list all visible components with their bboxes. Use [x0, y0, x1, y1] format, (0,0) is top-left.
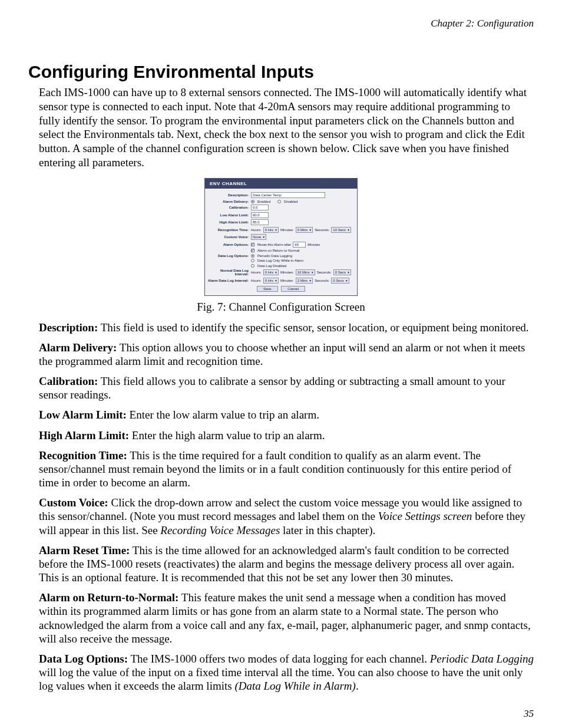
def-data-log: Data Log Options: The IMS-1000 offers tw… — [39, 652, 534, 693]
def-alarm-reset: Alarm Reset Time: This is the time allow… — [39, 543, 534, 585]
log-disabled-label: Data Log Disabled — [257, 264, 286, 268]
reset-minutes-input[interactable]: 60 — [293, 242, 306, 248]
def-return-normal: Alarm on Return-to-Normal: This feature … — [39, 591, 534, 645]
a-minutes-select[interactable]: 2 Mins▼ — [296, 278, 313, 284]
check-return-normal[interactable] — [251, 249, 254, 252]
n-hours-select[interactable]: 0 Hrs▼ — [263, 269, 279, 275]
def-low-limit: Low Alarm Limit: Enter the low alarm val… — [39, 408, 534, 421]
definitions: Description: This field is used to ident… — [39, 321, 534, 693]
only-alarm-label: Data Log Only While in Alarm — [257, 259, 303, 262]
sublabel-hours: Hours: — [251, 228, 262, 232]
recog-minutes-select[interactable]: 0 Mins▼ — [296, 227, 313, 233]
save-button[interactable]: Save — [257, 286, 278, 292]
radio-disabled-label: Disabled — [284, 200, 297, 203]
page-title: Configuring Environmental Inputs — [28, 62, 534, 82]
def-description: Description: This field is used to ident… — [39, 321, 534, 334]
chevron-down-icon: ▼ — [345, 278, 348, 283]
n-seconds-select[interactable]: 0 Secs▼ — [333, 269, 351, 275]
calibration-input[interactable]: 0.0 — [251, 205, 269, 210]
return-normal-label: Alarm on Return to Normal — [257, 249, 299, 252]
label-recog-time: Recognition Time: — [207, 228, 251, 232]
label-alarm-delivery: Alarm Delivery: — [207, 200, 251, 203]
radio-log-disabled[interactable] — [251, 264, 254, 268]
a-hours-select[interactable]: 0 Hrs▼ — [263, 278, 279, 284]
recog-seconds-select[interactable]: 10 Secs▼ — [331, 227, 351, 233]
def-calibration: Calibration: This field allows you to ca… — [39, 374, 534, 401]
reset-prefix: Reset this Alarm after — [257, 243, 291, 246]
high-limit-input[interactable]: 85.0 — [251, 219, 269, 225]
intro-paragraph: Each IMS-1000 can have up to 8 external … — [39, 85, 534, 170]
sublabel-minutes: Minutes: — [280, 228, 294, 232]
sublabel-seconds: Seconds: — [315, 228, 329, 232]
panel-title: ENV CHANNEL — [205, 179, 357, 189]
label-normal-interval: Normal Data Log Interval: — [207, 269, 251, 276]
radio-enabled[interactable] — [251, 200, 254, 203]
label-calibration: Calibration: — [207, 206, 251, 209]
label-alarm-options: Alarm Options: — [207, 243, 251, 246]
def-high-limit: High Alarm Limit: Enter the high alarm v… — [39, 429, 534, 442]
label-high-limit: High Alarm Limit: — [207, 220, 251, 224]
figure-caption: Fig. 7: Channel Configuration Screen — [28, 301, 534, 314]
chevron-down-icon: ▼ — [275, 270, 277, 275]
description-input[interactable]: Data Center Temp — [251, 192, 325, 198]
label-custom-voice: Custom Voice: — [207, 235, 251, 239]
label-alarm-interval: Alarm Data Log Interval: — [207, 279, 251, 282]
label-datalog-options: Data Log Options: — [207, 254, 251, 258]
chevron-down-icon: ▼ — [262, 235, 265, 239]
def-custom-voice: Custom Voice: Click the drop-down arrow … — [39, 496, 534, 537]
chevron-down-icon: ▼ — [275, 228, 277, 232]
custom-voice-select[interactable]: None▼ — [251, 234, 266, 240]
reset-suffix: Minutes — [308, 243, 320, 246]
label-description: Description: — [207, 193, 251, 197]
page: Chapter 2: Configuration Configuring Env… — [0, 0, 562, 728]
chapter-header: Chapter 2: Configuration — [28, 18, 534, 29]
def-alarm-delivery: Alarm Delivery: This option allows you t… — [39, 341, 534, 368]
chevron-down-icon: ▼ — [347, 228, 350, 232]
n-minutes-select[interactable]: 10 Mins▼ — [296, 269, 315, 275]
recog-hours-select[interactable]: 0 Hrs▼ — [263, 227, 279, 233]
def-recog-time: Recognition Time: This is the time requi… — [39, 449, 534, 490]
chevron-down-icon: ▼ — [309, 228, 312, 232]
cancel-button[interactable]: Cancel — [281, 286, 305, 292]
chevron-down-icon: ▼ — [347, 270, 350, 275]
radio-periodic[interactable] — [251, 254, 254, 258]
chevron-down-icon: ▼ — [311, 270, 314, 275]
check-reset-alarm[interactable] — [251, 243, 254, 246]
radio-disabled[interactable] — [277, 200, 281, 203]
periodic-label: Periodic Data Logging — [257, 254, 292, 258]
low-limit-input[interactable]: 60.0 — [251, 212, 269, 218]
chevron-down-icon: ▼ — [309, 278, 312, 283]
radio-only-alarm[interactable] — [251, 259, 254, 262]
env-channel-screenshot: ENV CHANNEL Description: Data Center Tem… — [204, 178, 358, 296]
panel-body: Description: Data Center Temp Alarm Deli… — [205, 189, 357, 295]
radio-enabled-label: Enabled — [257, 200, 270, 203]
chevron-down-icon: ▼ — [275, 278, 277, 283]
label-low-limit: Low Alarm Limit: — [207, 213, 251, 217]
a-seconds-select[interactable]: 0 Secs▼ — [331, 278, 349, 284]
page-number: 35 — [524, 708, 534, 720]
